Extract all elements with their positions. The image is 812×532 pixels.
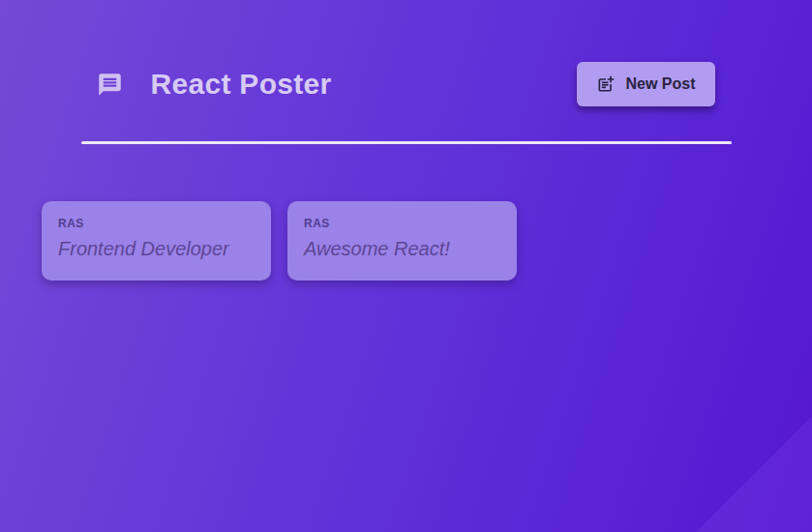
post-card: RAS Frontend Developer (42, 201, 271, 281)
posts-list: RAS Frontend Developer RAS Awesome React… (42, 201, 812, 281)
new-post-button[interactable]: New Post (577, 62, 714, 106)
post-author: RAS (304, 217, 500, 230)
post-card: RAS Awesome React! (287, 201, 517, 281)
brand: React Poster (97, 67, 332, 102)
background-corner-decoration (563, 309, 812, 532)
app-window: { "header": { "title": "React Poster", "… (0, 0, 812, 532)
page-title: React Poster (151, 67, 332, 102)
main-header: React Poster New Post (81, 0, 732, 144)
post-body: Awesome React! (304, 238, 500, 260)
new-post-button-label: New Post (625, 75, 695, 93)
post-author: RAS (58, 217, 255, 230)
header-divider (81, 141, 732, 144)
chat-bubble-icon (97, 72, 123, 98)
post-add-icon (596, 74, 616, 94)
post-body: Frontend Developer (58, 238, 255, 260)
header-row: React Poster New Post (81, 62, 732, 106)
